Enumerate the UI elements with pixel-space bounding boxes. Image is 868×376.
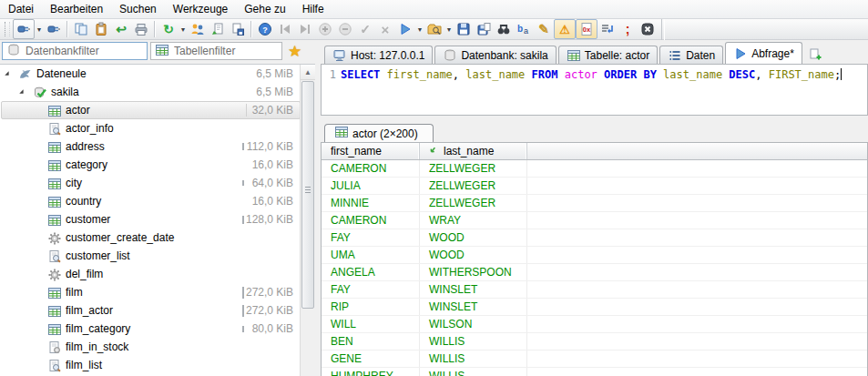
favorites-star-icon[interactable]: ★: [288, 44, 301, 59]
scroll-up-icon[interactable]: ▲: [301, 65, 315, 80]
refresh-dropdown-icon[interactable]: ▼: [179, 20, 188, 38]
cell-first-name[interactable]: GENE: [322, 351, 420, 367]
refresh-icon[interactable]: ↻: [158, 20, 179, 38]
cell-last-name[interactable]: WRAY: [420, 212, 527, 229]
tree-item-film[interactable]: film272,0 KiB: [0, 283, 315, 301]
tree-item-category[interactable]: category16,0 KiB: [0, 156, 315, 174]
tree-item-customer_create_date[interactable]: customer_create_date: [0, 229, 315, 247]
menu-hilfe[interactable]: Hilfe: [294, 1, 332, 17]
table-filter-input[interactable]: [172, 44, 281, 58]
tab-datenbank-sakila[interactable]: Datenbank: sakila: [434, 46, 556, 64]
tree-item-del_film[interactable]: del_film: [0, 265, 315, 283]
tree-item-film_list[interactable]: film_list: [0, 356, 315, 374]
run-query-icon[interactable]: [395, 20, 415, 38]
menu-werkzeuge[interactable]: Werkzeuge: [165, 1, 236, 17]
tree-item-film_category[interactable]: film_category80,0 KiB: [0, 320, 315, 338]
tree-item-film_in_stock[interactable]: film_in_stock: [0, 338, 315, 356]
cell-first-name[interactable]: FAY: [322, 229, 420, 246]
column-header-last_name[interactable]: last_name: [420, 143, 527, 159]
database-filter-box[interactable]: [2, 42, 148, 60]
help-icon[interactable]: ?: [255, 20, 275, 38]
highlight-warnings-icon[interactable]: ⚠: [554, 19, 576, 39]
tab-host-127-0-0-1[interactable]: Host: 127.0.0.1: [324, 46, 433, 64]
grid-row[interactable]: FAYWINSLET: [322, 281, 867, 299]
tree-item-city[interactable]: city64,0 KiB: [0, 174, 315, 192]
session-connect-dropdown-icon[interactable]: ▼: [35, 20, 44, 38]
cell-last-name[interactable]: WILSON: [420, 316, 527, 332]
tree-item-Dateneule[interactable]: Dateneule6,5 MiB: [0, 65, 315, 83]
expander-icon[interactable]: [4, 69, 13, 78]
replace-text-icon[interactable]: ba: [514, 20, 534, 38]
tree-item-film_actor[interactable]: film_actor272,0 KiB: [0, 301, 315, 320]
cell-first-name[interactable]: MINNIE: [322, 195, 420, 211]
open-sql-file-dropdown-icon[interactable]: ▼: [444, 20, 454, 38]
database-filter-input[interactable]: [24, 44, 147, 58]
user-manager-icon[interactable]: [188, 20, 208, 38]
tree-item-country[interactable]: country16,0 KiB: [0, 192, 315, 210]
grid-row[interactable]: RIPWINSLET: [322, 299, 867, 316]
session-disconnect-icon[interactable]: [44, 20, 64, 38]
menu-suchen[interactable]: Suchen: [111, 1, 165, 17]
cell-first-name[interactable]: ANGELA: [322, 264, 420, 280]
grid-row[interactable]: WILLWILSON: [322, 316, 867, 333]
paste-icon[interactable]: [91, 20, 111, 38]
tree-item-actor[interactable]: actor32,0 KiB: [0, 101, 315, 119]
cell-first-name[interactable]: RIP: [322, 299, 420, 315]
stop-query-icon[interactable]: [638, 20, 658, 38]
cell-last-name[interactable]: WILLIS: [420, 351, 527, 367]
tree-item-actor_info[interactable]: actor_info: [0, 119, 315, 137]
grid-row[interactable]: MINNIEZELLWEGER: [322, 195, 867, 212]
cell-last-name[interactable]: WILLIS: [420, 333, 527, 350]
tree-scrollbar-thumb[interactable]: [301, 81, 314, 309]
menu-datei[interactable]: Datei: [0, 1, 42, 17]
tree-item-sakila[interactable]: sakila6,5 MiB: [0, 83, 315, 101]
delimiter-icon[interactable]: ;: [618, 20, 638, 38]
session-connect-icon[interactable]: [13, 19, 35, 39]
save-sql-icon[interactable]: [454, 20, 474, 38]
run-query-dropdown-icon[interactable]: ▼: [415, 20, 424, 38]
copy-data-icon[interactable]: [228, 20, 248, 38]
cell-last-name[interactable]: ZELLWEGER: [420, 178, 527, 194]
new-query-tab-icon[interactable]: [808, 46, 822, 61]
tree-item-customer_list[interactable]: customer_list: [0, 247, 315, 265]
cell-last-name[interactable]: WITHERSPOON: [420, 264, 527, 280]
save-sql-as-icon[interactable]: [474, 20, 494, 38]
cell-first-name[interactable]: WILL: [322, 316, 420, 332]
expander-icon[interactable]: [18, 87, 27, 97]
grid-row[interactable]: BENWILLIS: [322, 333, 867, 351]
column-header-first_name[interactable]: first_name: [322, 143, 420, 159]
toolbar-grip[interactable]: [5, 22, 10, 36]
tree-item-address[interactable]: address112,0 KiB: [0, 137, 315, 156]
grid-row[interactable]: CAMERONZELLWEGER: [322, 160, 867, 178]
grid-row[interactable]: CAMERONWRAY: [322, 212, 867, 229]
grid-row[interactable]: HUMPHREYWILLIS: [322, 368, 867, 376]
grid-row[interactable]: GENEWILLIS: [322, 351, 867, 368]
cell-first-name[interactable]: CAMERON: [322, 212, 420, 229]
grid-row[interactable]: ANGELAWITHERSPOON: [322, 264, 867, 281]
menu-gehe-zu[interactable]: Gehe zu: [236, 1, 293, 17]
cell-first-name[interactable]: HUMPHREY: [322, 368, 420, 376]
tree-item-customer[interactable]: customer128,0 KiB: [0, 210, 315, 229]
hex-view-icon[interactable]: 0x: [576, 19, 597, 39]
cell-last-name[interactable]: WINSLET: [420, 281, 527, 298]
send-delimited-icon[interactable]: [597, 20, 618, 38]
result-tab[interactable]: actor (2×200): [324, 124, 434, 142]
copy-icon[interactable]: [71, 20, 91, 38]
grid-row[interactable]: JULIAZELLWEGER: [322, 178, 867, 195]
cell-last-name[interactable]: ZELLWEGER: [420, 195, 527, 211]
tab-tabelle-actor[interactable]: Tabelle: actor: [558, 46, 658, 64]
find-text-icon[interactable]: [494, 20, 514, 38]
menu-bearbeiten[interactable]: Bearbeiten: [42, 1, 111, 17]
cell-last-name[interactable]: WINSLET: [420, 299, 527, 315]
table-filter-box[interactable]: [150, 42, 282, 60]
open-sql-file-icon[interactable]: [424, 20, 444, 38]
cell-last-name[interactable]: WOOD: [420, 229, 527, 246]
export-database-icon[interactable]: [208, 20, 228, 38]
cell-first-name[interactable]: BEN: [322, 333, 420, 350]
cell-last-name[interactable]: WOOD: [420, 247, 527, 263]
print-icon[interactable]: [131, 20, 151, 38]
cell-first-name[interactable]: FAY: [322, 281, 420, 298]
tree-scrollbar[interactable]: ▲: [300, 65, 315, 376]
cell-last-name[interactable]: WILLIS: [420, 368, 527, 376]
cell-first-name[interactable]: JULIA: [322, 178, 420, 194]
